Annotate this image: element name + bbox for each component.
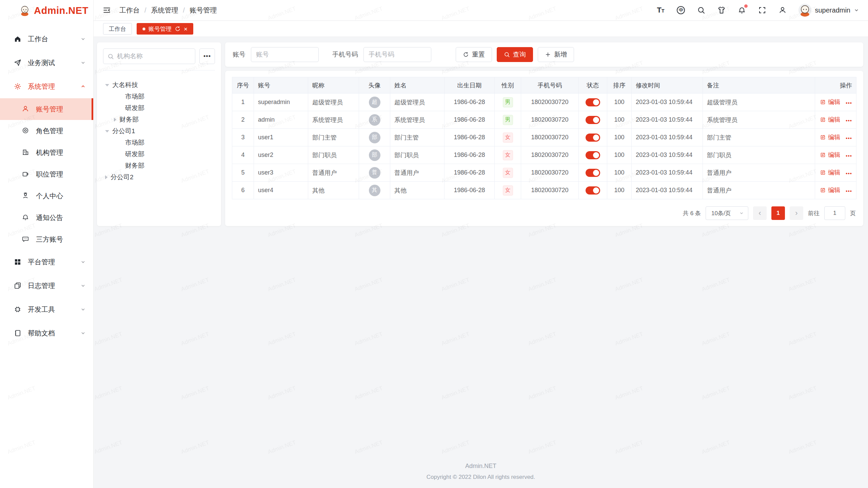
sidebar-item-label: 工作台 [28,35,48,44]
sidebar-item-account-management[interactable]: 账号管理 [0,98,93,120]
chevron-down-icon [80,36,86,42]
tree-node[interactable]: 分公司1 [103,125,215,137]
sidebar-item-org-management[interactable]: 机构管理 [0,142,93,163]
sidebar-item-help-docs[interactable]: 帮助文档 [0,321,93,345]
breadcrumb-item[interactable]: 系统管理 [151,6,178,15]
edit-button[interactable]: 编辑 [820,133,840,141]
status-toggle[interactable] [586,134,600,142]
caret-right-icon[interactable] [114,118,116,122]
user-menu[interactable]: superadmin [798,4,859,17]
status-toggle[interactable] [586,98,600,106]
status-toggle[interactable] [586,116,600,124]
edit-button[interactable]: 编辑 [820,116,840,124]
person-circle-icon [22,192,30,200]
sidebar-item-workbench[interactable]: 工作台 [0,27,93,51]
table-row: 3user1部门主管 部 部门主管1986-06-28 女 1802003072… [232,129,856,146]
sidebar-item-label: 职位管理 [36,170,63,179]
caret-right-icon[interactable] [105,175,107,179]
col-gender: 性别 [495,77,521,94]
tree-node[interactable]: 市场部 [103,91,215,102]
caret-down-icon[interactable] [105,84,109,86]
sidebar-item-personal-center[interactable]: 个人中心 [0,185,93,207]
language-icon[interactable]: 中 [676,6,685,15]
breadcrumb-item[interactable]: 账号管理 [190,6,217,15]
grid-icon [14,258,22,266]
edit-button[interactable]: 编辑 [820,168,840,177]
sidebar-menu: 工作台 业务测试 系统管理 账号管理 角色管理 机构管理 职位管理 [0,21,93,345]
gender-badge: 女 [503,150,513,160]
edit-button[interactable]: 编辑 [820,186,840,194]
status-toggle[interactable] [586,186,600,195]
org-search-box[interactable] [103,48,195,64]
edit-button[interactable]: 编辑 [820,151,840,159]
add-button[interactable]: 新增 [538,47,574,62]
fullscreen-icon[interactable] [758,6,767,15]
gender-badge: 女 [503,133,513,143]
more-actions-button[interactable]: ••• [846,135,852,141]
tree-node[interactable]: 分公司2 [103,171,215,183]
sidebar-item-dev-tools[interactable]: 开发工具 [0,298,93,321]
page-1-button[interactable]: 1 [771,206,785,220]
more-actions-button[interactable]: ••• [846,188,852,194]
search-button[interactable]: 查询 [497,47,533,62]
status-toggle[interactable] [586,151,600,159]
tree-node[interactable]: 市场部 [103,137,215,148]
more-actions-button[interactable]: ••• [846,170,852,176]
breadcrumb-item[interactable]: 工作台 [119,6,140,15]
next-page-button[interactable]: › [790,206,803,220]
tree-node[interactable]: 研发部 [103,102,215,114]
breadcrumb-separator: / [144,6,146,14]
org-more-button[interactable]: ••• [199,48,215,64]
more-actions-button[interactable]: ••• [846,153,852,159]
tag-account-management[interactable]: 账号管理 × [137,23,193,35]
col-phone: 手机号码 [521,77,579,94]
breadcrumb-separator: / [183,6,185,14]
account-input[interactable] [251,47,319,62]
notification-icon[interactable] [737,6,746,15]
breadcrumb: 工作台 / 系统管理 / 账号管理 [119,6,217,15]
tree-node[interactable]: 大名科技 [103,79,215,91]
org-tree-panel: ••• 大名科技 市场部 研发部 财务部 分公司1 市场部 研发部 财务部 分公… [97,42,221,226]
sidebar-item-platform-management[interactable]: 平台管理 [0,250,93,274]
collapse-menu-icon[interactable] [102,6,111,15]
search-icon[interactable] [697,6,706,15]
goto-page-input[interactable] [824,206,845,220]
sidebar-item-log-management[interactable]: 日志管理 [0,274,93,298]
sidebar-item-system-management[interactable]: 系统管理 [0,75,93,98]
refresh-icon[interactable] [175,26,181,32]
sidebar-item-third-account[interactable]: 三方账号 [0,228,93,250]
username: superadmin [815,6,850,14]
page-size-select[interactable]: 10条/页 [706,206,748,220]
org-search-input[interactable] [117,53,191,60]
table-row: 1superadmin超级管理员 超 超级管理员1986-06-28 男 180… [232,94,856,111]
col-remark: 备注 [703,77,815,94]
close-icon[interactable]: × [184,26,188,32]
search-icon [107,53,114,60]
sidebar-item-post-management[interactable]: 职位管理 [0,163,93,185]
sidebar-item-notice[interactable]: 通知公告 [0,207,93,228]
caret-down-icon[interactable] [105,130,109,133]
more-actions-button[interactable]: ••• [846,100,852,106]
status-toggle[interactable] [586,169,600,177]
prev-page-button[interactable]: ‹ [753,206,767,220]
profile-icon[interactable] [778,6,787,15]
more-actions-button[interactable]: ••• [846,118,852,123]
logo[interactable]: Admin.NET [0,0,93,21]
sidebar-item-label: 日志管理 [28,281,55,290]
avatar: 部 [369,132,380,143]
tree-node[interactable]: 财务部 [103,114,215,125]
theme-icon[interactable] [717,6,726,15]
font-size-icon[interactable]: TT [656,6,665,15]
gender-badge: 女 [503,185,513,196]
tree-node[interactable]: 研发部 [103,148,215,160]
avatar: 超 [369,97,380,108]
pagination: 共 6 条 10条/页 ‹ 1 › 前往 页 [683,206,856,220]
phone-input[interactable] [363,47,431,62]
reset-button[interactable]: 重置 [456,47,492,62]
edit-button[interactable]: 编辑 [820,98,840,106]
tree-node[interactable]: 财务部 [103,160,215,171]
sidebar-item-role-management[interactable]: 角色管理 [0,120,93,142]
tag-workbench[interactable]: 工作台 [103,23,132,35]
chevron-down-icon [854,7,859,13]
sidebar-item-business-test[interactable]: 业务测试 [0,51,93,75]
